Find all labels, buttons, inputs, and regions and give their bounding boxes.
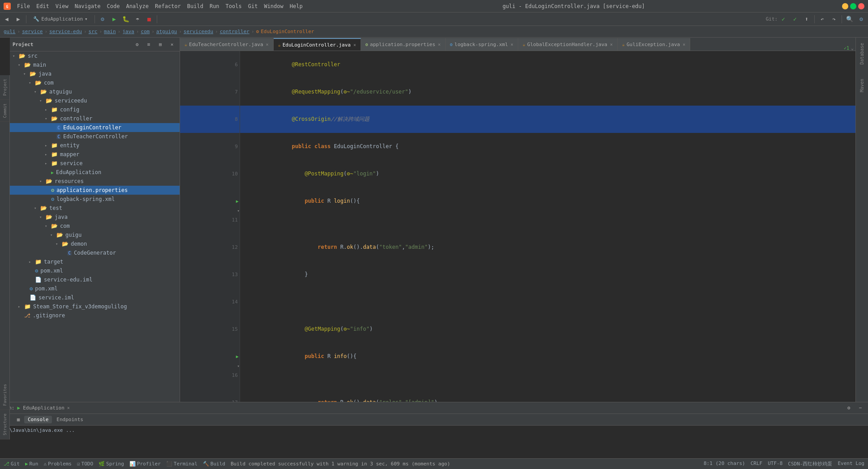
tab-logback[interactable]: ⚙ logback-spring.xml × bbox=[446, 38, 518, 51]
tab-edu-login-controller[interactable]: ☕ EduLoginController.java × bbox=[274, 38, 361, 51]
breadcrumb-atguigu[interactable]: atguigu bbox=[156, 29, 177, 34]
status-profiler[interactable]: 📊 Profiler bbox=[129, 461, 161, 467]
undo-button[interactable]: ↶ bbox=[817, 14, 827, 24]
tree-item--gitignore[interactable]: ⎇.gitignore bbox=[10, 311, 180, 320]
minimize-button[interactable] bbox=[842, 3, 848, 9]
git-status[interactable]: Git: bbox=[767, 14, 777, 24]
menu-tools[interactable]: Tools bbox=[223, 2, 245, 10]
console-stop-icon[interactable]: ■ bbox=[13, 415, 23, 425]
redo-button[interactable]: ↷ bbox=[829, 14, 839, 24]
project-settings-icon[interactable]: ⚙ bbox=[132, 39, 142, 49]
search-button[interactable]: 🔍 bbox=[845, 14, 855, 24]
event-log[interactable]: Event Log bbox=[838, 460, 864, 467]
tab-close-active-icon[interactable]: × bbox=[353, 43, 356, 47]
tab-close-icon[interactable]: × bbox=[610, 42, 613, 47]
tree-item-pom-xml[interactable]: ⚙pom.xml bbox=[10, 266, 180, 275]
tree-item-logback-spring-xml[interactable]: ⚙logback-spring.xml bbox=[10, 195, 180, 204]
tree-item-service[interactable]: ▸📁service bbox=[10, 159, 180, 168]
stop-button[interactable]: ■ bbox=[144, 14, 154, 24]
tree-item-java[interactable]: ▾📂java bbox=[10, 213, 180, 222]
tree-item-service-iml[interactable]: 📄service.iml bbox=[10, 293, 180, 302]
status-terminal[interactable]: ⬛ Terminal bbox=[166, 461, 198, 467]
tree-item-test[interactable]: ▾📂test bbox=[10, 204, 180, 213]
menu-edit[interactable]: Edit bbox=[34, 2, 52, 10]
tree-item-config[interactable]: ▸📁config bbox=[10, 105, 180, 114]
tree-item-src[interactable]: ▾📂src bbox=[10, 51, 180, 60]
tab-edu-teacher-controller[interactable]: ☕ EduTeacherController.java × bbox=[180, 38, 274, 51]
tab-close-icon[interactable]: × bbox=[683, 42, 685, 47]
project-panel-tab[interactable]: Project bbox=[0, 75, 9, 100]
tree-item-target[interactable]: ▸📁target bbox=[10, 257, 180, 266]
tree-item-serviceedu[interactable]: ▾📂serviceedu bbox=[10, 96, 180, 105]
structure-panel-tab[interactable]: Structure bbox=[0, 410, 9, 439]
tab-close-icon[interactable]: × bbox=[511, 42, 513, 47]
status-todo[interactable]: ☑ TODO bbox=[77, 461, 93, 467]
tree-item-demon[interactable]: ▾📂demon bbox=[10, 239, 180, 248]
menu-refactor[interactable]: Refactor bbox=[152, 2, 184, 10]
tab-close-icon[interactable]: × bbox=[266, 42, 269, 47]
tree-item-edulogincontroller[interactable]: CEduLoginController bbox=[10, 123, 180, 132]
maximize-button[interactable] bbox=[850, 3, 856, 9]
forward-button[interactable]: ▶ bbox=[13, 14, 23, 24]
maven-tab[interactable]: Maven bbox=[859, 77, 864, 94]
coverage-button[interactable]: ☂ bbox=[133, 14, 142, 24]
breadcrumb-main[interactable]: main bbox=[104, 29, 116, 34]
menu-analyze[interactable]: Analyze bbox=[123, 2, 151, 10]
git-update[interactable]: ✓ bbox=[778, 14, 788, 24]
editor-content[interactable]: 6 @RestController 7 @RequestMapping( bbox=[180, 51, 855, 402]
breadcrumb-guli[interactable]: guli bbox=[4, 29, 16, 34]
git-commit[interactable]: ✓ bbox=[790, 14, 800, 24]
breadcrumb-com[interactable]: com bbox=[141, 29, 150, 34]
tree-item-com[interactable]: ▾📂com bbox=[10, 222, 180, 230]
tab-guli-exception[interactable]: ☕ GuliException.java × bbox=[618, 38, 690, 51]
favorites-panel-tab[interactable]: Favorites bbox=[0, 380, 9, 410]
status-build[interactable]: 🔨 Build bbox=[203, 461, 225, 467]
tab-global-exception[interactable]: ☕ GlobalExceptionHandler.java × bbox=[518, 38, 618, 51]
tree-item-pom-xml[interactable]: ⚙pom.xml bbox=[10, 284, 180, 293]
tree-item-main[interactable]: ▾📂main bbox=[10, 60, 180, 69]
tree-item-application-properties[interactable]: ⚙application.properties bbox=[10, 186, 180, 195]
tab-console[interactable]: Console bbox=[24, 416, 52, 423]
tab-endpoints[interactable]: Endpoints bbox=[53, 416, 87, 423]
menu-code[interactable]: Code bbox=[104, 2, 123, 10]
tree-item-atguigu[interactable]: ▾📂atguigu bbox=[10, 87, 180, 96]
tree-item-service-edu-iml[interactable]: 📄service-edu.iml bbox=[10, 275, 180, 284]
tree-item-entity[interactable]: ▸📁entity bbox=[10, 141, 180, 150]
project-collapse-icon[interactable]: ≡ bbox=[144, 39, 154, 49]
build-button[interactable]: ⚙ bbox=[98, 14, 107, 24]
run-button[interactable]: ▶ bbox=[109, 14, 119, 24]
status-run[interactable]: ▶ Run bbox=[25, 461, 39, 467]
status-spring[interactable]: 🌿 Spring bbox=[99, 461, 124, 467]
git-push[interactable]: ⬆ bbox=[802, 14, 812, 24]
tree-item-eduapplication[interactable]: ▶EduApplication bbox=[10, 168, 180, 177]
tree-item-steam-store-fix-v3demogulilog[interactable]: ▸📁Steam_Store_fix_v3demogulilog bbox=[10, 302, 180, 311]
status-git[interactable]: ⎇ Git bbox=[4, 461, 20, 467]
menu-help[interactable]: Help bbox=[287, 2, 305, 10]
back-button[interactable]: ◀ bbox=[2, 14, 12, 24]
menu-file[interactable]: File bbox=[14, 2, 33, 10]
tree-item-com[interactable]: ▾📂com bbox=[10, 78, 180, 87]
tab-close-icon[interactable]: × bbox=[438, 42, 441, 47]
bottom-settings-icon[interactable]: ⚙ bbox=[844, 403, 854, 413]
tree-item-controller[interactable]: ▾📂controller bbox=[10, 114, 180, 123]
expand-tabs-icon[interactable]: ⌄ bbox=[851, 46, 854, 51]
tree-item-resources[interactable]: ▾📂resources bbox=[10, 177, 180, 186]
breadcrumb-serviceedu[interactable]: serviceedu bbox=[184, 29, 213, 34]
commit-panel-tab[interactable]: Commit bbox=[0, 100, 9, 122]
tree-item-mapper[interactable]: ▸📁mapper bbox=[10, 150, 180, 159]
debug-button[interactable]: 🐛 bbox=[121, 14, 131, 24]
breadcrumb-src[interactable]: src bbox=[89, 29, 98, 34]
close-button[interactable] bbox=[858, 3, 864, 9]
run-config-dropdown-icon[interactable]: ▾ bbox=[85, 16, 88, 22]
menu-view[interactable]: View bbox=[53, 2, 71, 10]
menu-navigate[interactable]: Navigate bbox=[72, 2, 103, 10]
tree-item-codegenerator[interactable]: CCodeGenerator bbox=[10, 248, 180, 257]
breadcrumb-controller[interactable]: controller bbox=[220, 29, 249, 34]
menu-git[interactable]: Git bbox=[245, 2, 261, 10]
menu-build[interactable]: Build bbox=[185, 2, 206, 10]
breadcrumb-java[interactable]: java bbox=[122, 29, 134, 34]
breadcrumb-service[interactable]: service bbox=[22, 29, 43, 34]
tab-application-properties[interactable]: ⚙ application.properties × bbox=[361, 38, 446, 51]
settings-button[interactable]: ⚙ bbox=[856, 14, 866, 24]
tree-item-java[interactable]: ▾📂java bbox=[10, 69, 180, 78]
